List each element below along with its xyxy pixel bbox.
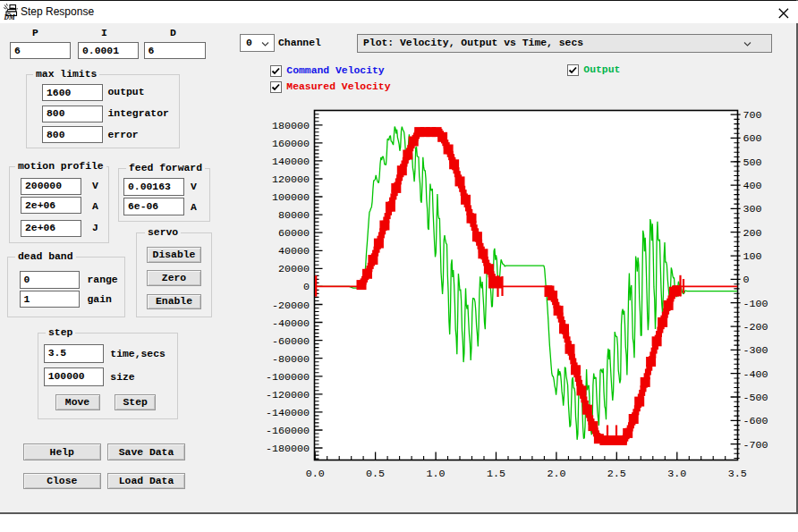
- svg-text:700: 700: [743, 109, 762, 122]
- svg-text:2.0: 2.0: [547, 468, 565, 480]
- svg-text:100000: 100000: [272, 191, 310, 204]
- svg-text:40000: 40000: [278, 245, 310, 258]
- svg-text:-160000: -160000: [266, 425, 310, 437]
- svg-text:80000: 80000: [278, 209, 310, 222]
- svg-text:-700: -700: [743, 439, 768, 452]
- svg-text:60000: 60000: [278, 227, 310, 240]
- svg-text:3.5: 3.5: [728, 468, 747, 480]
- svg-text:-500: -500: [743, 392, 768, 404]
- svg-text:1.5: 1.5: [487, 468, 505, 480]
- svg-text:2.5: 2.5: [607, 468, 626, 480]
- svg-text:180000: 180000: [272, 120, 310, 132]
- svg-text:120000: 120000: [272, 173, 310, 186]
- svg-text:600: 600: [743, 132, 762, 145]
- svg-text:3.0: 3.0: [667, 468, 686, 480]
- svg-text:-60000: -60000: [272, 335, 310, 348]
- svg-text:0: 0: [303, 281, 310, 293]
- svg-text:-180000: -180000: [266, 443, 310, 455]
- svg-text:-400: -400: [743, 368, 768, 381]
- svg-text:-100: -100: [743, 298, 768, 310]
- svg-text:20000: 20000: [278, 263, 310, 275]
- svg-text:-120000: -120000: [266, 389, 310, 401]
- svg-text:0: 0: [743, 274, 750, 286]
- svg-text:-600: -600: [743, 415, 768, 427]
- svg-text:160000: 160000: [272, 138, 310, 150]
- svg-text:500: 500: [743, 156, 762, 169]
- svg-text:-140000: -140000: [266, 407, 310, 419]
- svg-text:0.5: 0.5: [366, 468, 385, 480]
- svg-text:-100000: -100000: [266, 371, 310, 384]
- svg-text:-80000: -80000: [272, 353, 310, 366]
- svg-text:-40000: -40000: [272, 317, 310, 330]
- svg-text:0.0: 0.0: [306, 468, 325, 480]
- svg-text:-200: -200: [743, 321, 768, 334]
- svg-text:-300: -300: [743, 344, 768, 357]
- svg-text:200: 200: [743, 227, 762, 240]
- svg-text:140000: 140000: [272, 156, 310, 168]
- svg-text:300: 300: [743, 203, 762, 215]
- svg-text:400: 400: [743, 180, 762, 192]
- svg-text:1.0: 1.0: [427, 468, 446, 480]
- svg-text:-20000: -20000: [272, 300, 310, 312]
- svg-text:100: 100: [743, 250, 762, 263]
